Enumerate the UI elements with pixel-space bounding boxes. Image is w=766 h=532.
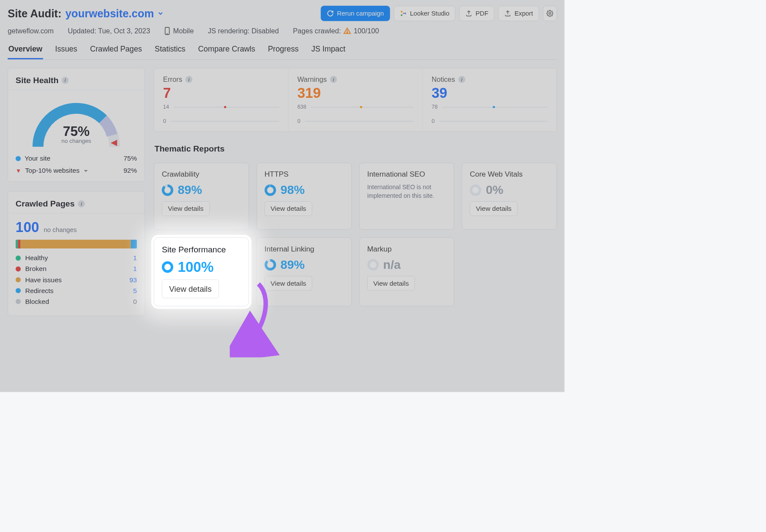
card-title: Site Performance xyxy=(162,245,241,255)
donut-icon xyxy=(162,184,174,196)
meta-js: JS rendering: Disabled xyxy=(208,27,279,35)
crawled-row-broken[interactable]: Broken 1 xyxy=(16,265,137,273)
card-title: HTTPS xyxy=(265,170,344,179)
crawled-row-healthy[interactable]: Healthy 1 xyxy=(16,254,137,262)
card-title: Crawlability xyxy=(162,170,241,179)
tab-js-impact[interactable]: JS Impact xyxy=(311,45,346,59)
metric-title: Warnings xyxy=(297,75,327,84)
tab-progress[interactable]: Progress xyxy=(267,45,299,59)
looker-label: Looker Studio xyxy=(410,10,449,17)
donut-icon xyxy=(470,184,482,196)
metric-notices[interactable]: Noticesi 39 78 0 xyxy=(423,68,556,132)
crawled-sub: no changes xyxy=(44,226,77,233)
view-details-button[interactable]: View details xyxy=(265,276,312,291)
gear-icon xyxy=(546,10,553,17)
looker-icon xyxy=(400,10,407,17)
site-health-panel: Site Health i 75% no changes Y xyxy=(8,68,145,182)
info-icon[interactable]: i xyxy=(78,200,85,207)
settings-button[interactable] xyxy=(543,6,557,21)
card-international-seo: International SEOInternational SEO is no… xyxy=(359,163,454,230)
tab-overview[interactable]: Overview xyxy=(8,45,43,59)
crawled-row-label: Healthy xyxy=(25,254,48,262)
svg-point-1 xyxy=(401,14,402,16)
tab-issues[interactable]: Issues xyxy=(55,45,78,59)
crawled-row-value: 5 xyxy=(122,287,137,295)
info-icon[interactable]: i xyxy=(62,77,69,84)
card-percent: 0% xyxy=(470,183,549,197)
donut-icon xyxy=(367,259,379,271)
thematic-title: Thematic Reports xyxy=(155,144,557,154)
card-percent: 100% xyxy=(162,259,241,275)
status-dot xyxy=(16,288,21,293)
domain-name: yourwebsite.com xyxy=(65,7,154,20)
view-details-button[interactable]: View details xyxy=(265,201,312,216)
crawled-row-label: Redirects xyxy=(25,287,53,295)
crawled-row-value: 93 xyxy=(122,276,137,284)
info-icon[interactable]: i xyxy=(458,76,465,83)
card-core-web-vitals: Core Web Vitals 0%View details xyxy=(462,163,557,230)
crawled-row-label: Blocked xyxy=(25,298,49,306)
card-title: International SEO xyxy=(367,170,446,179)
card-note: International SEO is not implemented on … xyxy=(367,183,446,200)
export-label: Export xyxy=(514,10,533,17)
domain-dropdown[interactable]: yourwebsite.com xyxy=(65,7,164,20)
card-site-performance: Site Performance 100%View details xyxy=(154,237,249,306)
info-icon[interactable]: i xyxy=(330,76,337,83)
chevron-down-icon xyxy=(157,10,164,17)
crawled-row-blocked[interactable]: Blocked 0 xyxy=(16,298,137,306)
page-title: Site Audit: xyxy=(8,7,61,20)
svg-point-0 xyxy=(401,11,402,13)
meta-site: getweflow.com xyxy=(8,27,54,35)
status-dot xyxy=(16,266,21,271)
export-button[interactable]: Export xyxy=(498,6,539,21)
svg-point-2 xyxy=(404,13,406,14)
card-https: HTTPS 98%View details xyxy=(256,163,351,230)
crawled-row-have-issues[interactable]: Have issues 93 xyxy=(16,276,137,284)
crawled-row-redirects[interactable]: Redirects 5 xyxy=(16,287,137,295)
refresh-icon xyxy=(327,10,334,17)
looker-studio-button[interactable]: Looker Studio xyxy=(394,6,456,21)
view-details-button[interactable]: View details xyxy=(162,280,219,298)
info-icon[interactable]: i xyxy=(185,76,192,83)
crawled-pages-title: Crawled Pages xyxy=(16,199,74,209)
metric-errors[interactable]: Errorsi 7 14 0 xyxy=(154,68,288,132)
legend-top10[interactable]: ▼ Top-10% websites 92% xyxy=(16,167,137,174)
metric-title: Notices xyxy=(432,75,455,84)
crawled-row-value: 0 xyxy=(122,298,137,306)
card-title: Markup xyxy=(367,245,446,253)
card-title: Core Web Vitals xyxy=(470,170,549,179)
mini-chart: 78 0 xyxy=(432,104,548,124)
crawled-row-value: 1 xyxy=(122,265,137,273)
card-title: Internal Linking xyxy=(265,245,344,253)
card-percent: 89% xyxy=(265,258,344,271)
health-pct: 75% xyxy=(63,124,90,139)
card-percent: 98% xyxy=(265,183,344,197)
meta-crawled-value: 100/100 xyxy=(354,27,379,35)
view-details-button[interactable]: View details xyxy=(162,201,210,216)
rerun-label: Rerun campaign xyxy=(337,10,384,17)
metric-title: Errors xyxy=(163,75,182,84)
crawled-bar xyxy=(16,239,137,248)
view-details-button[interactable]: View details xyxy=(367,276,415,291)
tab-crawled-pages[interactable]: Crawled Pages xyxy=(89,45,142,59)
metrics-row: Errorsi 7 14 0 Warningsi 319 638 0 Notic… xyxy=(154,68,557,132)
tab-statistics[interactable]: Statistics xyxy=(154,45,186,59)
crawled-row-label: Broken xyxy=(25,265,46,273)
meta-updated: Updated: Tue, Oct 3, 2023 xyxy=(68,27,150,35)
warning-icon xyxy=(343,27,351,35)
donut-icon xyxy=(265,259,276,271)
metric-value: 39 xyxy=(432,85,548,101)
status-dot xyxy=(16,277,21,282)
tab-compare-crawls[interactable]: Compare Crawls xyxy=(197,45,256,59)
triangle-down-icon: ▼ xyxy=(16,168,21,174)
chevron-down-icon xyxy=(84,168,89,173)
svg-point-3 xyxy=(403,13,404,14)
donut-icon xyxy=(162,261,174,273)
svg-point-8 xyxy=(347,32,348,33)
pdf-button[interactable]: PDF xyxy=(459,6,495,21)
metric-warnings[interactable]: Warningsi 319 638 0 xyxy=(288,68,423,132)
rerun-campaign-button[interactable]: Rerun campaign xyxy=(321,6,390,21)
view-details-button[interactable]: View details xyxy=(470,201,517,216)
svg-point-4 xyxy=(549,13,551,14)
card-internal-linking: Internal Linking 89%View details xyxy=(256,237,351,306)
